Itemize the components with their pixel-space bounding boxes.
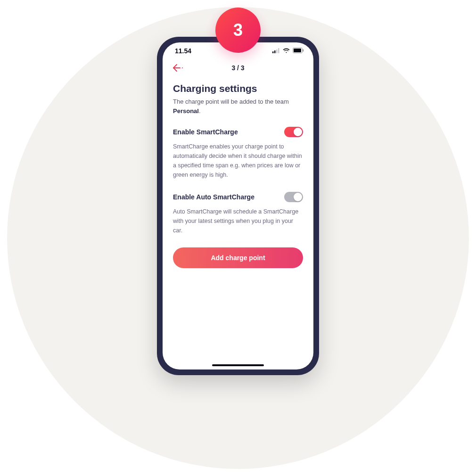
subtext-suffix: . <box>199 107 201 115</box>
cta-label: Add charge point <box>211 254 265 262</box>
back-button[interactable] <box>173 64 183 72</box>
smartcharge-toggle[interactable] <box>284 127 303 137</box>
home-indicator[interactable] <box>212 364 264 366</box>
phone-frame: 11.54 <box>157 37 319 375</box>
subtext-prefix: The charge point will be added to the te… <box>173 98 289 105</box>
svg-rect-1 <box>274 50 276 53</box>
svg-rect-5 <box>294 49 301 52</box>
phone-screen: 11.54 <box>163 42 313 369</box>
add-charge-point-button[interactable]: Add charge point <box>173 247 303 268</box>
svg-rect-3 <box>278 48 279 53</box>
auto-smartcharge-label: Enable Auto SmartCharge <box>173 193 254 201</box>
step-indicator: 3 / 3 <box>231 64 244 72</box>
page-subtext: The charge point will be added to the te… <box>173 97 303 115</box>
smartcharge-setting-row: Enable SmartCharge <box>173 127 303 137</box>
auto-smartcharge-toggle[interactable] <box>284 192 303 202</box>
page-title: Charging settings <box>173 83 303 94</box>
screen-content: Charging settings The charge point will … <box>163 76 313 369</box>
cellular-icon <box>272 47 280 55</box>
battery-icon <box>293 47 304 55</box>
svg-rect-6 <box>303 49 304 52</box>
smartcharge-description: SmartCharge enables your charge point to… <box>173 142 303 180</box>
arrow-left-icon <box>173 64 183 72</box>
svg-rect-2 <box>276 49 278 53</box>
step-number: 3 <box>233 20 243 40</box>
statusbar-icons <box>272 47 304 55</box>
step-number-badge: 3 <box>215 8 261 53</box>
toggle-knob <box>294 193 302 201</box>
svg-rect-0 <box>272 51 274 53</box>
nav-bar: 3 / 3 <box>163 59 313 76</box>
smartcharge-label: Enable SmartCharge <box>173 128 238 136</box>
team-name: Personal <box>173 107 199 115</box>
auto-smartcharge-setting-row: Enable Auto SmartCharge <box>173 192 303 202</box>
toggle-knob <box>294 128 302 136</box>
auto-smartcharge-description: Auto SmartCharge will schedule a SmartCh… <box>173 207 303 235</box>
wifi-icon <box>283 47 290 55</box>
svg-point-8 <box>182 67 183 68</box>
statusbar-time: 11.54 <box>175 47 191 55</box>
